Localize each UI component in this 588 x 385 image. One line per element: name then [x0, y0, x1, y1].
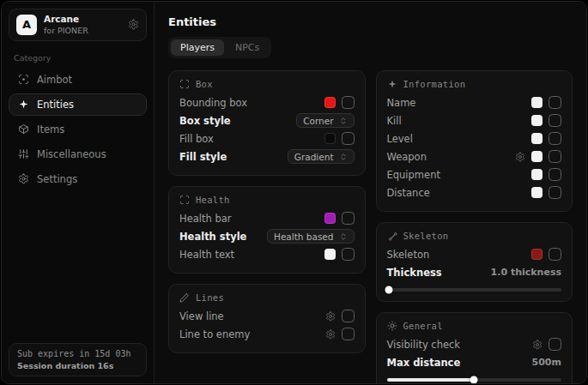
color-swatch[interactable] — [531, 249, 543, 260]
dropdown-value: Health based — [274, 232, 334, 242]
panel-box: BoxBounding boxBox styleCornerFill boxFi… — [168, 70, 366, 176]
panel-health: HealthHealth barHealth styleHealth based… — [168, 186, 366, 274]
brand-subtitle: for PIONER — [44, 26, 121, 36]
brand-name: Arcane — [44, 14, 121, 26]
row-settings-gear-icon[interactable] — [515, 152, 525, 162]
settings-row: Thickness1.0 thickness — [387, 263, 562, 281]
checkbox[interactable] — [342, 132, 355, 145]
settings-row: Skeleton — [387, 245, 562, 263]
row-label: Fill style — [179, 151, 227, 163]
settings-row: Equipment — [387, 165, 562, 183]
tab-npcs[interactable]: NPCs — [226, 39, 269, 56]
settings-row: Weapon — [387, 147, 562, 165]
settings-row: Max distance500m — [387, 353, 562, 371]
settings-row: Name — [387, 93, 562, 111]
tab-players[interactable]: Players — [171, 39, 224, 56]
unfold-icon — [339, 232, 348, 241]
row-controls: 500m — [532, 357, 561, 368]
color-swatch[interactable] — [531, 97, 543, 108]
settings-row: Health text — [179, 245, 355, 263]
settings-row: Visibility check — [387, 335, 562, 353]
settings-row: Health bar — [179, 209, 355, 227]
dropdown-box-style[interactable]: Corner — [296, 113, 354, 128]
slider-thumb[interactable] — [385, 286, 392, 294]
row-controls — [325, 310, 355, 322]
sidebar-item-settings[interactable]: Settings — [9, 168, 147, 190]
row-controls — [515, 150, 561, 163]
row-label: Kill — [387, 115, 402, 127]
panel-header: Information — [387, 79, 562, 89]
checkbox[interactable] — [549, 248, 561, 261]
color-swatch[interactable] — [531, 187, 543, 198]
panel-title: Box — [196, 79, 213, 89]
slider[interactable] — [387, 288, 562, 292]
row-controls — [531, 114, 561, 127]
row-label: Bounding box — [179, 97, 247, 109]
sidebar-item-miscellaneous[interactable]: Miscellaneous — [9, 143, 147, 165]
app-window: A Arcane for PIONER Category AimbotEntit… — [1, 1, 587, 384]
sidebar-item-items[interactable]: Items — [9, 118, 147, 141]
row-controls — [531, 186, 561, 199]
row-settings-gear-icon[interactable] — [325, 311, 336, 322]
row-controls: Corner — [296, 113, 354, 128]
sub-expires-text: Sub expires in 15d 03h — [17, 349, 138, 358]
row-settings-gear-icon[interactable] — [532, 340, 543, 350]
sun-icon — [387, 321, 397, 331]
settings-row: Line to enemy — [179, 325, 355, 343]
settings-row: Health styleHealth based — [179, 227, 355, 245]
checkbox[interactable] — [342, 310, 355, 322]
panel-skeleton: SkeletonSkeletonThickness1.0 thickness — [376, 222, 573, 302]
panel-title: Skeleton — [403, 231, 449, 241]
checkbox[interactable] — [549, 132, 561, 145]
gear-icon[interactable] — [128, 19, 139, 30]
checkbox[interactable] — [549, 150, 561, 163]
panel-information: InformationNameKillLevelWeaponEquipmentD… — [376, 70, 573, 212]
row-label: Health style — [179, 231, 246, 243]
page-title: Entities — [168, 15, 573, 28]
color-swatch[interactable] — [531, 133, 543, 144]
row-label: Health bar — [179, 213, 232, 225]
row-label: Max distance — [387, 357, 461, 369]
checkbox[interactable] — [549, 338, 561, 351]
color-swatch[interactable] — [324, 133, 336, 144]
panel-header: Health — [179, 195, 355, 205]
sidebar-item-aimbot[interactable]: Aimbot — [9, 69, 147, 91]
row-label: Thickness — [387, 267, 442, 279]
settings-row: Box styleCorner — [179, 111, 355, 129]
color-swatch[interactable] — [324, 97, 336, 108]
dropdown-health-style[interactable]: Health based — [267, 229, 355, 244]
row-controls — [325, 328, 355, 340]
sparkle-icon — [387, 79, 397, 89]
row-label: View line — [179, 310, 224, 322]
checkbox[interactable] — [342, 212, 355, 225]
checkbox[interactable] — [342, 328, 355, 340]
sidebar-item-label: Settings — [37, 173, 77, 185]
panel-title: Health — [196, 195, 230, 205]
color-swatch[interactable] — [324, 249, 336, 260]
checkbox[interactable] — [549, 96, 561, 109]
color-swatch[interactable] — [531, 115, 543, 126]
dropdown-value: Gradient — [294, 152, 334, 162]
checkbox[interactable] — [342, 96, 355, 109]
row-settings-gear-icon[interactable] — [325, 329, 336, 340]
panel-header: Box — [179, 79, 355, 89]
sidebar-item-entities[interactable]: Entities — [9, 93, 147, 116]
panel-title: Information — [403, 79, 466, 89]
settings-row: Bounding box — [179, 93, 355, 111]
checkbox[interactable] — [342, 248, 355, 261]
slider-thumb[interactable] — [470, 376, 478, 384]
color-swatch[interactable] — [531, 151, 543, 162]
slider[interactable] — [387, 378, 562, 382]
checkbox[interactable] — [549, 168, 561, 181]
main-content: Entities PlayersNPCs BoxBounding boxBox … — [155, 2, 586, 383]
row-controls — [324, 212, 355, 225]
dropdown-fill-style[interactable]: Gradient — [288, 149, 355, 164]
checkbox[interactable] — [549, 186, 561, 199]
row-controls — [531, 96, 561, 109]
color-swatch[interactable] — [324, 213, 336, 224]
row-label: Skeleton — [387, 249, 430, 261]
settings-row: Level — [387, 129, 562, 147]
checkbox[interactable] — [549, 114, 561, 127]
row-controls — [531, 168, 561, 181]
color-swatch[interactable] — [531, 169, 543, 180]
